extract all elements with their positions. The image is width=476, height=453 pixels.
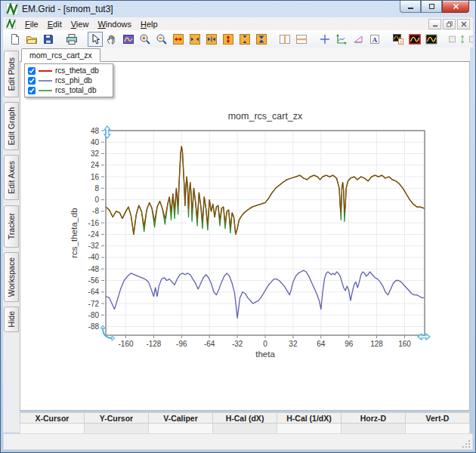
tracker-col-header: Horz-D xyxy=(342,413,406,424)
y-tick-label: 32 xyxy=(91,149,100,158)
tab-mom-rcs-cart-zx[interactable]: mom_rcs_cart_zx xyxy=(21,48,100,62)
side-tab-hide[interactable]: Hide xyxy=(4,307,19,332)
legend-swatch xyxy=(39,70,52,72)
chart-title: mom_rcs_cart_zx xyxy=(228,111,303,122)
x-axis-label: theta xyxy=(255,350,275,359)
side-tab-label: Edit Axes xyxy=(7,161,16,194)
side-tab-strip: Edit PlotsEdit GraphEdit AxesTrackerWork… xyxy=(3,48,20,433)
tracker-col-header: H-Cal (1/dX) xyxy=(277,413,342,424)
plot-canvas[interactable]: 484032241680-8-16-24-32-40-48-56-64-72-8… xyxy=(20,62,469,409)
graph-window-active-icon xyxy=(409,33,421,45)
y-tick-label: 40 xyxy=(91,138,100,146)
x-tick-label: 32 xyxy=(289,340,298,348)
side-tab-workspace[interactable]: Workspace xyxy=(4,252,19,302)
x-axis-scale-handle[interactable] xyxy=(418,334,430,340)
mdi-minimize-button[interactable] xyxy=(428,19,441,29)
x-tick-label: 0 xyxy=(263,340,267,348)
fit-horizontal-button[interactable] xyxy=(204,32,219,47)
x-tick-label: -96 xyxy=(176,340,187,348)
close-button[interactable] xyxy=(442,1,469,13)
app-window: EM.Grid - [smom_tut3] FileEditViewWindow… xyxy=(0,0,476,453)
select-arrow-button[interactable] xyxy=(88,32,103,47)
side-tab-label: Edit Plots xyxy=(7,57,16,91)
compress-vertical-icon xyxy=(239,33,251,45)
expand-horizontal-button[interactable] xyxy=(171,32,186,47)
tracker-col-header: X-Cursor xyxy=(20,413,85,424)
tab-bar: mom_rcs_cart_zx xyxy=(20,48,470,62)
save-file-button[interactable] xyxy=(41,32,56,47)
graph-window-icon xyxy=(425,33,437,45)
x-tick-label: 128 xyxy=(370,340,383,348)
menu-view[interactable]: View xyxy=(66,19,94,29)
new-file-icon xyxy=(9,33,21,45)
tracker-col-header: V-Caliper xyxy=(149,413,213,424)
side-tab-label: Hide xyxy=(7,311,16,328)
print-button[interactable] xyxy=(64,32,79,47)
compress-horizontal-button[interactable] xyxy=(187,32,202,47)
side-tab-label: Workspace xyxy=(7,257,16,297)
legend-label: rcs_total_db xyxy=(55,86,96,94)
resize-grip[interactable] xyxy=(462,439,471,448)
mdi-close-button[interactable] xyxy=(457,19,470,29)
side-tab-edit-axes[interactable]: Edit Axes xyxy=(4,155,19,200)
menu-file[interactable]: File xyxy=(20,19,43,29)
zoom-in-button[interactable] xyxy=(138,32,153,47)
new-file-button[interactable] xyxy=(8,32,23,47)
open-file-button[interactable] xyxy=(24,32,39,47)
y-tick-label: 48 xyxy=(91,127,100,135)
split-vertical-icon xyxy=(279,33,291,45)
y-tick-label: 16 xyxy=(91,173,100,181)
split-vertical-button[interactable] xyxy=(277,32,292,47)
legend-checkbox-rcs_phi_db[interactable] xyxy=(28,77,36,85)
minimize-button[interactable] xyxy=(400,1,421,13)
menu-edit[interactable]: Edit xyxy=(43,19,66,29)
side-tab-edit-graph[interactable]: Edit Graph xyxy=(4,102,19,150)
save-file-icon xyxy=(42,33,54,45)
side-tab-tracker[interactable]: Tracker xyxy=(4,205,19,248)
cross-marker-button[interactable] xyxy=(317,32,332,47)
split-horizontal-button[interactable] xyxy=(294,32,309,47)
graph-window-active-button[interactable] xyxy=(407,32,422,47)
toolbar: ALayout xyxy=(3,30,473,48)
y-tick-label: -72 xyxy=(88,300,100,308)
pan-hand-button[interactable] xyxy=(104,32,119,47)
overlay-plot-icon xyxy=(392,33,404,45)
menu-windows[interactable]: Windows xyxy=(93,19,136,29)
slope-marker-button[interactable] xyxy=(351,32,366,47)
tracker-col-header: H-Cal (dX) xyxy=(213,413,277,424)
legend-checkbox-rcs_total_db[interactable] xyxy=(28,87,36,94)
slope-marker-icon xyxy=(352,33,364,45)
axes-marker-button[interactable] xyxy=(334,32,349,47)
overlay-plot-button[interactable] xyxy=(391,32,406,47)
zoom-window-button[interactable] xyxy=(121,32,136,47)
y-tick-label: -56 xyxy=(88,276,100,285)
y-tick-label: -40 xyxy=(88,253,100,261)
title-bar: EM.Grid - [smom_tut3] xyxy=(1,1,475,17)
zoom-out-button[interactable] xyxy=(154,32,169,47)
legend-row-rcs_phi_db: rcs_phi_db xyxy=(28,76,110,85)
fit-vertical-button[interactable] xyxy=(254,32,269,47)
align-vertical-button xyxy=(447,32,473,47)
text-annotation-button[interactable]: A xyxy=(367,32,382,47)
x-tick-label: -32 xyxy=(232,340,243,348)
graph-window-button[interactable] xyxy=(424,32,439,47)
zoom-out-icon xyxy=(156,33,168,45)
y-axis-scale-handle[interactable] xyxy=(104,126,110,138)
split-horizontal-icon xyxy=(295,33,308,45)
legend-swatch xyxy=(39,90,52,91)
menu-help[interactable]: Help xyxy=(136,19,162,29)
compress-horizontal-icon xyxy=(189,33,201,45)
legend-box: rcs_theta_dbrcs_phi_dbrcs_total_db xyxy=(24,63,113,97)
side-tab-edit-plots[interactable]: Edit Plots xyxy=(4,51,19,97)
mdi-restore-button[interactable] xyxy=(443,19,456,29)
compress-vertical-button[interactable] xyxy=(237,32,252,47)
maximize-button[interactable] xyxy=(421,1,442,13)
align-vertical-icon xyxy=(448,34,473,45)
x-tick-label: -160 xyxy=(119,340,134,348)
legend-swatch xyxy=(39,80,52,82)
legend-checkbox-rcs_theta_db[interactable] xyxy=(28,67,36,75)
expand-vertical-button[interactable] xyxy=(221,32,236,47)
corner-scale-handle[interactable] xyxy=(103,328,113,338)
menu-items: FileEditViewWindowsHelp xyxy=(20,20,162,29)
tracker-cell xyxy=(149,424,213,434)
